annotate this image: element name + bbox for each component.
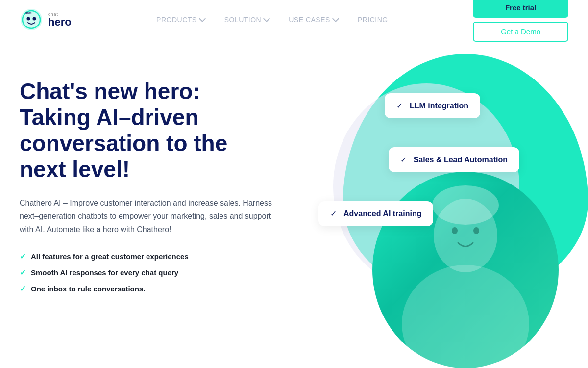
main-nav: PRODUCTS SOLUTION USE CASES PRICING: [72, 16, 473, 24]
logo-main: hero: [48, 17, 72, 27]
check-icon: ✓: [400, 155, 407, 164]
list-item: ✓ All features for a great customer expe…: [20, 252, 304, 261]
list-item: ✓ One inbox to rule conversations.: [20, 284, 304, 293]
hero-title: Chat's new hero: Taking AI–driven conver…: [20, 79, 304, 183]
feature-list: ✓ All features for a great customer expe…: [20, 252, 304, 293]
free-trial-button[interactable]: Free trial: [473, 0, 568, 18]
feature-card-llm: ✓ LLM integration: [385, 93, 480, 118]
hero-section: Chat's new hero: Taking AI–driven conver…: [0, 39, 588, 368]
list-item: ✓ Smooth AI responses for every chat que…: [20, 268, 304, 277]
hero-visual: ✓ LLM integration ✓ Sales & Lead Automat…: [304, 69, 568, 368]
svg-point-2: [27, 17, 30, 20]
svg-point-8: [473, 227, 479, 234]
svg-point-3: [33, 17, 36, 20]
svg-point-6: [402, 265, 529, 368]
nav-use-cases[interactable]: USE CASES: [289, 16, 338, 24]
nav-products[interactable]: PRODUCTS: [156, 16, 205, 24]
logo-icon: chat: [20, 8, 43, 31]
check-icon: ✓: [20, 252, 26, 261]
check-icon: ✓: [20, 284, 26, 293]
card-label: Advanced AI training: [343, 210, 421, 218]
nav-actions: Free trial Get a Demo: [473, 0, 568, 42]
svg-text:chat: chat: [25, 11, 31, 14]
check-icon: ✓: [396, 101, 403, 110]
hero-description: Chathero AI – Improve customer interacti…: [20, 196, 274, 237]
feature-card-sales: ✓ Sales & Lead Automation: [389, 147, 519, 172]
check-icon: ✓: [20, 268, 26, 277]
check-icon: ✓: [330, 209, 337, 218]
header: chat chat hero PRODUCTS SOLUTION USE CAS…: [0, 0, 588, 39]
card-label: Sales & Lead Automation: [414, 156, 508, 164]
chevron-down-icon: [199, 15, 206, 22]
svg-point-9: [432, 185, 499, 225]
chevron-down-icon: [263, 15, 270, 22]
card-label: LLM integration: [410, 102, 468, 110]
chevron-down-icon: [332, 15, 339, 22]
nav-pricing[interactable]: PRICING: [358, 16, 388, 24]
feature-card-ai-training: ✓ Advanced AI training: [318, 201, 433, 226]
nav-solution[interactable]: SOLUTION: [224, 16, 270, 24]
svg-point-7: [452, 227, 458, 234]
hero-content: Chat's new hero: Taking AI–driven conver…: [20, 69, 304, 293]
logo[interactable]: chat chat hero: [20, 8, 72, 31]
get-demo-button[interactable]: Get a Demo: [473, 22, 568, 42]
